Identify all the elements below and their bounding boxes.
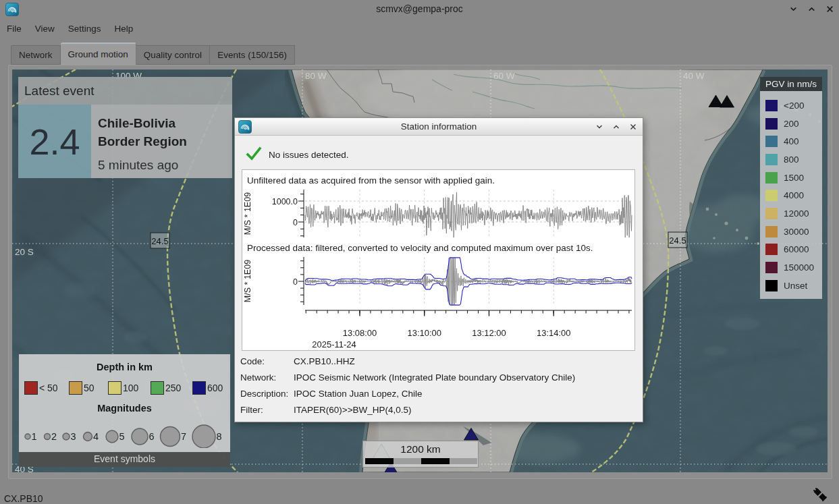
pgv-legend-item: 400 <box>765 132 822 150</box>
map-view[interactable]: 100 W80 W60 W40 W20 S40 S 24.524.5 Lates… <box>12 69 828 472</box>
depth-legend-item: 250 <box>151 381 181 395</box>
magnitude-label: 1 <box>32 431 37 442</box>
dialog-title: Station information <box>235 118 643 135</box>
chevron-up-icon <box>807 5 816 13</box>
pgv-item-label: 200 <box>784 119 799 129</box>
pgv-legend-items: <200200400800150040001200030000600001500… <box>760 91 822 299</box>
x-axis-date: 2025-11-24 <box>312 339 356 349</box>
latest-event-time: 5 minutes ago <box>98 158 232 173</box>
dialog-titlebar[interactable]: Station information <box>235 118 643 136</box>
info-label: Network: <box>240 372 294 383</box>
scale-segment <box>365 458 394 464</box>
scale-segment <box>421 458 450 464</box>
pgv-item-label: 4000 <box>784 190 804 200</box>
info-value: IPOC Seismic Network (Integrated Plate b… <box>294 372 575 383</box>
waveform-plots: Unfiltered data as acquired from the sen… <box>242 169 635 351</box>
graticule-label: 80 W <box>305 71 327 81</box>
scale-bar-label: 1200 km <box>363 443 478 455</box>
latest-event-panel: Latest event 2.4 Chile-BoliviaBorder Reg… <box>18 77 232 178</box>
window-minimize-button[interactable] <box>786 2 800 16</box>
pgv-item-label: 12000 <box>784 208 809 219</box>
magnitude-circle <box>192 425 215 448</box>
menu-view[interactable]: View <box>28 19 61 39</box>
magnitude-label: 6 <box>149 431 155 442</box>
window-controls <box>786 2 836 16</box>
tab-events-150-156[interactable]: Events (150/156) <box>210 45 295 65</box>
graticule-label: 60 W <box>493 71 515 81</box>
pgv-legend-item: Unset <box>765 277 822 295</box>
pgv-color-swatch <box>765 172 778 184</box>
depth-item-label: 100 <box>123 383 138 393</box>
pgv-color-swatch <box>765 208 778 219</box>
station-info-row: Filter:ITAPER(60)>>BW_HP(4,0.5) <box>240 401 641 418</box>
pgv-legend-item: 60000 <box>765 241 822 259</box>
connection-status-icon[interactable] <box>813 487 828 502</box>
dialog-status-text: No issues detected. <box>269 150 349 160</box>
map-pane: 100 W80 W60 W40 W20 S40 S 24.524.5 Lates… <box>8 65 832 479</box>
pgv-legend-item: 1500 <box>765 169 822 187</box>
pgv-color-swatch <box>765 262 778 273</box>
x-tick-label: 13:10:00 <box>407 328 441 338</box>
y-tick-label: 1000.0 <box>272 197 298 206</box>
dialog-maximize-button[interactable] <box>611 121 622 132</box>
y-tick-label: 0 <box>293 277 298 287</box>
pgv-color-swatch <box>765 226 778 237</box>
pgv-item-label: Unset <box>784 281 807 291</box>
magnitude-circle <box>84 432 92 441</box>
wavefront-distance-value: 24.5 <box>669 235 686 246</box>
waveform-raw <box>305 192 632 237</box>
magnitude-label: 7 <box>181 431 186 442</box>
tab-network[interactable]: Network <box>11 45 61 65</box>
magnitude-label: 8 <box>217 431 222 442</box>
tab-bar: NetworkGround motionQuality controlEvent… <box>11 43 295 65</box>
application-window: scmvx@gempa-proc FileViewSettingsHelp Ne… <box>0 0 839 504</box>
magnitude-circle <box>25 434 30 439</box>
depth-color-swatch <box>192 381 206 395</box>
pgv-color-swatch <box>765 100 778 111</box>
magnitude-circle <box>132 428 148 445</box>
pgv-item-label: 60000 <box>784 244 809 254</box>
magnitude-circle <box>161 427 180 447</box>
magnitude-legend-circles: 12345678 <box>24 424 225 448</box>
window-maximize-button[interactable] <box>805 2 818 16</box>
pgv-color-swatch <box>765 136 778 147</box>
plot-title: Unfiltered data as acquired from the sen… <box>247 175 495 186</box>
pgv-color-swatch <box>765 244 778 255</box>
chevron-down-icon <box>789 5 798 13</box>
pgv-legend-item: 12000 <box>765 204 822 223</box>
window-close-button[interactable] <box>823 2 836 16</box>
window-title: scmvx@gempa-proc <box>0 3 839 14</box>
depth-color-swatch <box>108 381 121 395</box>
wavefront-distance-value: 24.5 <box>151 236 168 246</box>
menu-file[interactable]: File <box>0 19 28 39</box>
pgv-legend-title: PGV in nm/s <box>760 77 822 91</box>
chevron-up-icon <box>612 123 620 131</box>
y-axis-unit: M/S * 1E09 <box>243 192 252 235</box>
event-symbols-legend: Depth in km < 5050100250600 Magnitudes 1… <box>19 354 230 467</box>
scale-bar-segments <box>365 458 477 464</box>
pgv-item-label: 30000 <box>784 227 809 237</box>
info-label: Description: <box>240 389 294 399</box>
depth-item-label: < 50 <box>39 383 58 393</box>
y-axis-unit: M/S * 1E09 <box>243 260 252 302</box>
dialog-close-button[interactable] <box>628 121 639 132</box>
menu-settings[interactable]: Settings <box>61 19 108 39</box>
info-label: Filter: <box>240 405 294 415</box>
dialog-shade-button[interactable] <box>594 121 605 132</box>
pgv-item-label: 400 <box>784 136 799 146</box>
graticule-label: 40 W <box>683 71 705 81</box>
pgv-legend: PGV in nm/s <200200400800150040001200030… <box>760 77 822 299</box>
pgv-color-swatch <box>765 280 778 291</box>
magnitude-circle <box>106 430 118 443</box>
tab-quality-control[interactable]: Quality control <box>136 45 210 65</box>
tab-ground-motion[interactable]: Ground motion <box>61 43 136 65</box>
depth-color-swatch <box>151 381 164 395</box>
menu-help[interactable]: Help <box>108 19 140 39</box>
x-tick-label: 13:14:00 <box>537 328 571 338</box>
waveform-max-envelope-upper <box>305 258 632 281</box>
dialog-window-buttons <box>594 118 639 136</box>
menu-bar: FileViewSettingsHelp <box>0 19 140 39</box>
status-ok-check-icon <box>245 145 263 165</box>
station-info-rows: Code:CX.PB10..HHZNetwork:IPOC Seismic Ne… <box>240 353 641 418</box>
map-scale-bar: 1200 km <box>362 441 479 468</box>
